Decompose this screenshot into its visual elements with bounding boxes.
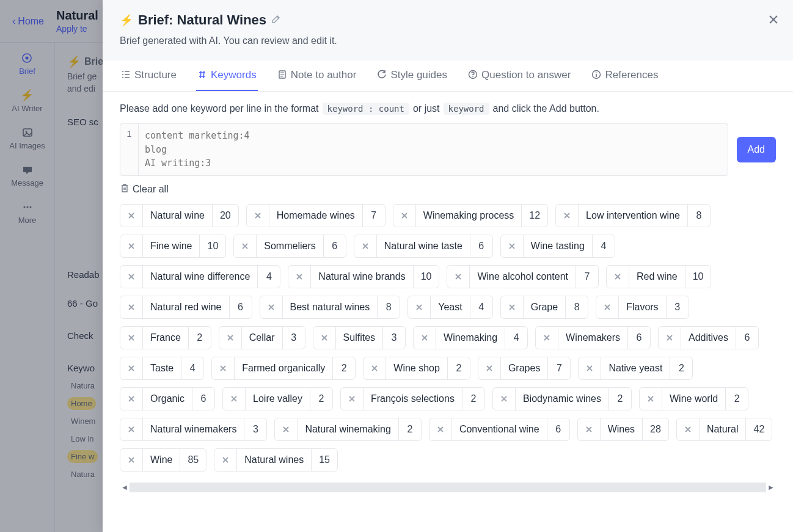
remove-keyword-icon[interactable]: [120, 449, 143, 471]
keyword-count[interactable]: 4: [470, 296, 492, 318]
keyword-label[interactable]: Natural wines: [237, 449, 312, 471]
remove-keyword-icon[interactable]: [414, 327, 436, 349]
keyword-count[interactable]: 6: [628, 327, 650, 349]
remove-keyword-icon[interactable]: [659, 327, 681, 349]
remove-keyword-icon[interactable]: [120, 205, 143, 227]
keyword-count[interactable]: 3: [383, 327, 405, 349]
remove-keyword-icon[interactable]: [214, 449, 237, 471]
keyword-label[interactable]: Natural winemaking: [298, 418, 399, 440]
remove-keyword-icon[interactable]: [260, 296, 283, 318]
close-icon[interactable]: [767, 13, 780, 29]
scroll-track[interactable]: [130, 483, 766, 492]
keyword-label[interactable]: Farmed organically: [235, 357, 333, 379]
keyword-label[interactable]: Winemaking process: [416, 205, 522, 227]
keyword-count[interactable]: 3: [667, 296, 689, 318]
keyword-count[interactable]: 2: [609, 388, 631, 410]
keyword-label[interactable]: Natural red wine: [143, 296, 230, 318]
keyword-label[interactable]: Best natural wines: [283, 296, 378, 318]
keyword-count[interactable]: 85: [180, 449, 206, 471]
remove-keyword-icon[interactable]: [120, 357, 143, 379]
keyword-label[interactable]: Natural winemakers: [143, 418, 244, 440]
remove-keyword-icon[interactable]: [234, 235, 257, 257]
add-button[interactable]: Add: [737, 137, 776, 162]
keyword-count[interactable]: 6: [470, 235, 492, 257]
remove-keyword-icon[interactable]: [536, 327, 558, 349]
remove-keyword-icon[interactable]: [501, 296, 524, 318]
keyword-count[interactable]: 2: [399, 418, 421, 440]
keyword-count[interactable]: 4: [505, 327, 527, 349]
remove-keyword-icon[interactable]: [120, 266, 143, 288]
keyword-label[interactable]: Organic: [143, 388, 192, 410]
keyword-label[interactable]: Wine alcohol content: [470, 266, 576, 288]
keyword-label[interactable]: Homemade wines: [269, 205, 363, 227]
remove-keyword-icon[interactable]: [223, 388, 246, 410]
keyword-count[interactable]: 4: [593, 235, 615, 257]
keyword-count[interactable]: 4: [258, 266, 280, 288]
keyword-editor[interactable]: 1: [120, 123, 728, 176]
horizontal-scrollbar[interactable]: ◄ ►: [120, 483, 776, 492]
keyword-count[interactable]: 10: [414, 266, 439, 288]
clear-all-button[interactable]: Clear all: [120, 183, 776, 195]
remove-keyword-icon[interactable]: [219, 327, 242, 349]
keyword-count[interactable]: 7: [363, 205, 385, 227]
keyword-count[interactable]: 28: [643, 418, 668, 440]
keyword-label[interactable]: Natural wine taste: [377, 235, 470, 257]
keyword-label[interactable]: Natural: [700, 418, 747, 440]
remove-keyword-icon[interactable]: [447, 266, 470, 288]
remove-keyword-icon[interactable]: [429, 418, 452, 440]
remove-keyword-icon[interactable]: [501, 235, 524, 257]
keyword-label[interactable]: Flavors: [619, 296, 666, 318]
remove-keyword-icon[interactable]: [408, 296, 431, 318]
keyword-label[interactable]: François selections: [364, 388, 462, 410]
keyword-count[interactable]: 20: [213, 205, 238, 227]
keyword-count[interactable]: 2: [670, 357, 692, 379]
keyword-label[interactable]: Sulfites: [336, 327, 383, 349]
remove-keyword-icon[interactable]: [120, 327, 143, 349]
tab-note[interactable]: Note to author: [276, 60, 358, 91]
edit-icon[interactable]: [271, 14, 281, 26]
remove-keyword-icon[interactable]: [275, 418, 298, 440]
keyword-label[interactable]: France: [143, 327, 189, 349]
keyword-label[interactable]: Wine tasting: [524, 235, 593, 257]
keyword-count[interactable]: 2: [189, 327, 211, 349]
remove-keyword-icon[interactable]: [120, 235, 143, 257]
scroll-left-icon[interactable]: ◄: [120, 483, 130, 492]
remove-keyword-icon[interactable]: [578, 418, 601, 440]
keyword-label[interactable]: Yeast: [431, 296, 470, 318]
keyword-label[interactable]: Conventional wine: [452, 418, 547, 440]
remove-keyword-icon[interactable]: [478, 357, 501, 379]
remove-keyword-icon[interactable]: [212, 357, 235, 379]
keyword-label[interactable]: Wine shop: [386, 357, 448, 379]
keyword-label[interactable]: Winemaking: [436, 327, 505, 349]
keyword-count[interactable]: 2: [462, 388, 484, 410]
remove-keyword-icon[interactable]: [313, 327, 336, 349]
keyword-count[interactable]: 42: [746, 418, 772, 440]
remove-keyword-icon[interactable]: [607, 266, 629, 288]
keyword-count[interactable]: 8: [688, 205, 710, 227]
keyword-count[interactable]: 6: [547, 418, 569, 440]
keyword-label[interactable]: Cellar: [242, 327, 283, 349]
remove-keyword-icon[interactable]: [120, 418, 143, 440]
keyword-label[interactable]: Grape: [524, 296, 566, 318]
keyword-count[interactable]: 6: [192, 388, 214, 410]
keyword-label[interactable]: Natural wine brands: [311, 266, 413, 288]
keyword-count[interactable]: 10: [685, 266, 711, 288]
tab-structure[interactable]: Structure: [120, 60, 178, 91]
remove-keyword-icon[interactable]: [556, 205, 579, 227]
keyword-label[interactable]: Winemakers: [558, 327, 628, 349]
keyword-count[interactable]: 2: [726, 388, 748, 410]
scroll-right-icon[interactable]: ►: [766, 483, 776, 492]
keyword-label[interactable]: Fine wine: [143, 235, 200, 257]
keyword-label[interactable]: Low intervention wine: [579, 205, 688, 227]
keyword-count[interactable]: 2: [333, 357, 355, 379]
remove-keyword-icon[interactable]: [288, 266, 311, 288]
keyword-label[interactable]: Natural wine: [143, 205, 213, 227]
keyword-count[interactable]: 8: [378, 296, 400, 318]
keyword-label[interactable]: Wines: [601, 418, 643, 440]
keyword-count[interactable]: 6: [736, 327, 758, 349]
remove-keyword-icon[interactable]: [120, 388, 143, 410]
keyword-count[interactable]: 3: [244, 418, 266, 440]
keyword-label[interactable]: Grapes: [501, 357, 548, 379]
remove-keyword-icon[interactable]: [120, 296, 143, 318]
tab-style[interactable]: Style guides: [376, 60, 448, 91]
